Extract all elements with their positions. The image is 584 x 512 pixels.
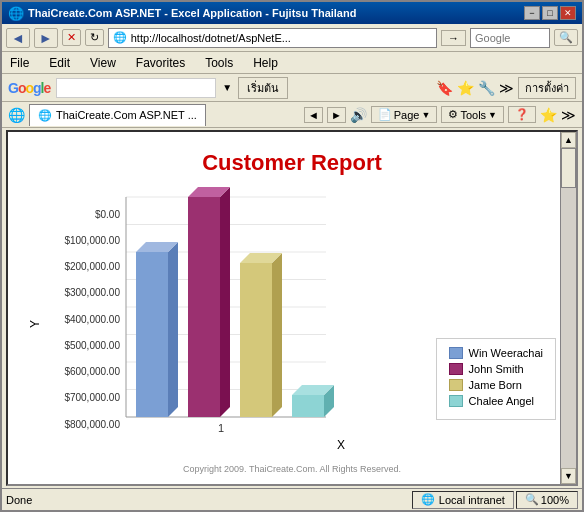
back-arrow-icon: ◄ — [11, 30, 25, 46]
tab-nav-right[interactable]: ► — [327, 107, 346, 123]
google-search-input[interactable] — [56, 78, 216, 98]
tab-icon-home: 🌐 — [8, 107, 25, 123]
close-button[interactable]: ✕ — [560, 6, 576, 20]
page-icon: 📄 — [378, 108, 392, 121]
google-dropdown-icon: ▼ — [222, 82, 232, 93]
refresh-icon: ↻ — [90, 31, 99, 44]
chart-container: Customer Report Y $800,000.00 $700,000.0… — [8, 132, 576, 484]
x-tick-1: 1 — [218, 422, 224, 434]
forward-arrow-icon: ► — [39, 30, 53, 46]
refresh-button[interactable]: ↻ — [85, 29, 104, 46]
x-label: X — [337, 438, 345, 452]
address-icon: 🌐 — [113, 31, 127, 44]
chart-svg: 1 — [126, 197, 356, 427]
google-icon-2[interactable]: ⭐ — [457, 80, 474, 96]
search-button[interactable]: 🔍 — [554, 29, 578, 46]
scroll-track[interactable] — [561, 148, 576, 468]
tab-nav-left[interactable]: ◄ — [304, 107, 323, 123]
chart-body: Y $800,000.00 $700,000.00 $600,000.00 $5… — [28, 186, 556, 462]
chart-title: Customer Report — [202, 150, 382, 176]
status-zoom[interactable]: 🔍 100% — [516, 491, 578, 509]
tab-icon: 🌐 — [38, 109, 52, 122]
google-icon-group: 🔖 ⭐ 🔧 ≫ การตั้งค่า — [436, 77, 576, 99]
scroll-thumb[interactable] — [561, 148, 576, 188]
address-bar[interactable]: 🌐 http://localhost/dotnet/AspNetE... — [108, 28, 437, 48]
legend-item-2: John Smith — [449, 363, 543, 375]
y-label-8: $0.00 — [46, 210, 120, 220]
go-button[interactable]: → — [441, 30, 466, 46]
back-button[interactable]: ◄ — [6, 28, 30, 48]
title-bar: 🌐 ThaiCreate.Com ASP.NET - Excel Applica… — [2, 2, 582, 24]
google-logo: Google — [8, 80, 50, 96]
google-icon-3[interactable]: 🔧 — [478, 80, 495, 96]
y-label-0: $800,000.00 — [46, 420, 120, 430]
scroll-down-button[interactable]: ▼ — [561, 468, 576, 484]
y-label-3: $500,000.00 — [46, 341, 120, 351]
bar-2-front — [188, 197, 220, 417]
legend-item-3: Jame Born — [449, 379, 543, 391]
y-label-6: $200,000.00 — [46, 262, 120, 272]
title-bar-left: 🌐 ThaiCreate.Com ASP.NET - Excel Applica… — [8, 6, 356, 21]
legend-label-1: Win Weerachai — [469, 347, 543, 359]
tab-extra-icon2: ≫ — [561, 107, 576, 123]
google-settings-btn[interactable]: การตั้งค่า — [518, 77, 576, 99]
stop-icon: ✕ — [67, 31, 76, 44]
status-text: Done — [6, 494, 412, 506]
copyright-text: Copyright 2009. ThaiCreate.Com. All Righ… — [183, 464, 401, 474]
chart-with-legend: $800,000.00 $700,000.00 $600,000.00 $500… — [46, 197, 556, 430]
page-button[interactable]: 📄 Page ▼ — [371, 106, 438, 123]
tab-toolbar-right: ◄ ► 🔊 📄 Page ▼ ⚙ Tools ▼ ❓ ⭐ ≫ — [304, 106, 576, 123]
tab-bar: 🌐 🌐 ThaiCreate.Com ASP.NET ... ◄ ► 🔊 📄 P… — [2, 102, 582, 128]
google-icon-1[interactable]: 🔖 — [436, 80, 453, 96]
google-search-button[interactable]: เริ่มต้น — [238, 77, 288, 99]
menu-edit[interactable]: Edit — [45, 55, 74, 71]
window-title: ThaiCreate.Com ASP.NET - Excel Applicati… — [28, 7, 356, 19]
status-zone: Local intranet — [439, 494, 505, 506]
legend-color-4 — [449, 395, 463, 407]
menu-bar: File Edit View Favorites Tools Help — [2, 52, 582, 74]
search-icon: 🔍 — [559, 31, 573, 44]
zoom-level: 100% — [541, 494, 569, 506]
chart-legend: Win Weerachai John Smith Jame Born — [436, 338, 556, 420]
y-axis-labels: $800,000.00 $700,000.00 $600,000.00 $500… — [46, 210, 126, 430]
zoom-icon: 🔍 — [525, 493, 539, 506]
legend-item-4: Chalee Angel — [449, 395, 543, 407]
tab-icon-2: 🔊 — [350, 107, 367, 123]
legend-label-2: John Smith — [469, 363, 524, 375]
google-toolbar: Google ▼ เริ่มต้น 🔖 ⭐ 🔧 ≫ การตั้งค่า — [2, 74, 582, 102]
y-label-4: $400,000.00 — [46, 315, 120, 325]
bars-section: $800,000.00 $700,000.00 $600,000.00 $500… — [46, 197, 426, 430]
menu-view[interactable]: View — [86, 55, 120, 71]
tools-button[interactable]: ⚙ Tools ▼ — [441, 106, 504, 123]
tab-main[interactable]: 🌐 ThaiCreate.Com ASP.NET ... — [29, 104, 206, 126]
legend-color-1 — [449, 347, 463, 359]
vertical-scrollbar: ▲ ▼ — [560, 132, 576, 484]
forward-button[interactable]: ► — [34, 28, 58, 48]
menu-tools[interactable]: Tools — [201, 55, 237, 71]
minimize-button[interactable]: − — [524, 6, 540, 20]
bar-3-right — [272, 253, 282, 417]
menu-file[interactable]: File — [6, 55, 33, 71]
search-input[interactable] — [470, 28, 550, 48]
stop-button[interactable]: ✕ — [62, 29, 81, 46]
navigation-bar: ◄ ► ✕ ↻ 🌐 http://localhost/dotnet/AspNet… — [2, 24, 582, 52]
legend-color-3 — [449, 379, 463, 391]
y-label-1: $700,000.00 — [46, 393, 120, 403]
page-dropdown-icon: ▼ — [421, 110, 430, 120]
chart-main: $800,000.00 $700,000.00 $600,000.00 $500… — [46, 197, 556, 452]
bar-4-front — [292, 395, 324, 417]
help-button[interactable]: ❓ — [508, 106, 536, 123]
menu-help[interactable]: Help — [249, 55, 282, 71]
tab-extra-icon: ⭐ — [540, 107, 557, 123]
maximize-button[interactable]: □ — [542, 6, 558, 20]
y-label-7: $100,000.00 — [46, 236, 120, 246]
bar-2-right — [220, 187, 230, 417]
tools-label: Tools — [460, 109, 486, 121]
bar-1-right — [168, 242, 178, 417]
legend-label-4: Chalee Angel — [469, 395, 534, 407]
y-label-2: $600,000.00 — [46, 367, 120, 377]
google-icon-4[interactable]: ≫ — [499, 80, 514, 96]
scroll-up-button[interactable]: ▲ — [561, 132, 576, 148]
menu-favorites[interactable]: Favorites — [132, 55, 189, 71]
legend-color-2 — [449, 363, 463, 375]
